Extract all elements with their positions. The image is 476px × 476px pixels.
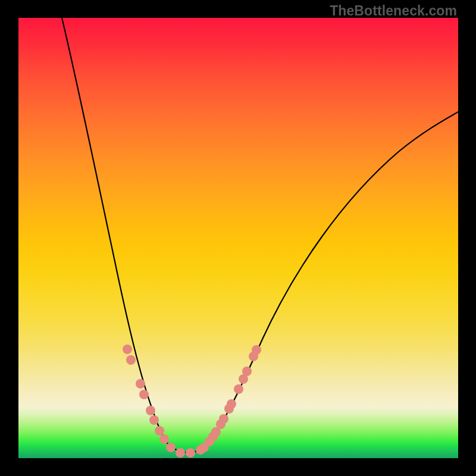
watermark-text: TheBottleneck.com xyxy=(330,3,457,19)
plot-area xyxy=(18,18,458,458)
app-frame: TheBottleneck.com xyxy=(0,0,476,476)
